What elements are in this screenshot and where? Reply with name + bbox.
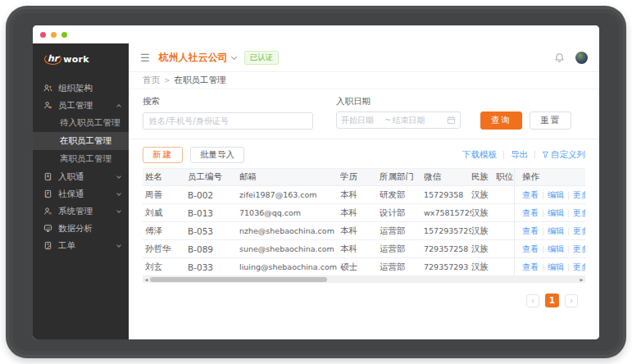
download-template-link[interactable]: 下载模板	[462, 149, 497, 161]
view-link[interactable]: 查看	[522, 207, 539, 219]
sidebar-item-employee-mgmt[interactable]: 员工管理	[33, 97, 129, 114]
table-row: 刘玄 B-033 liuing@shebaochina.com 硕士 运营部 7…	[143, 258, 585, 276]
col-header-email: 邮箱	[239, 169, 340, 185]
date-start-input[interactable]	[341, 116, 384, 125]
view-link[interactable]: 查看	[522, 225, 539, 237]
table-toolbar: 新建 批量导入 下载模板 导出 自定义列	[129, 139, 599, 163]
traffic-light-zoom[interactable]	[61, 32, 67, 38]
view-link[interactable]: 查看	[522, 243, 539, 255]
sidebar: hr work 组织架构	[33, 43, 129, 339]
scroll-left-icon[interactable]: ◀	[143, 276, 149, 283]
sidebar-item-org[interactable]: 组织架构	[33, 80, 129, 97]
sidebar-item-system-mgmt[interactable]: 系统管理	[33, 202, 129, 220]
more-link[interactable]: 更多	[573, 243, 585, 255]
more-link[interactable]: 更多	[573, 262, 585, 273]
social-insurance-icon	[43, 189, 52, 198]
sidebar-item-analytics[interactable]: 数据分析	[33, 220, 129, 237]
search-input[interactable]	[143, 112, 313, 130]
cell-id: B-089	[188, 240, 239, 257]
app-window: hr work 组织架构	[33, 25, 599, 339]
cell-ethnic: 汉族	[471, 240, 496, 257]
date-end-input[interactable]	[392, 116, 434, 125]
calendar-icon	[447, 116, 456, 125]
table-row: 刘威 B-013 71036@qq.com 本科 设计部 wx758157293…	[143, 204, 585, 222]
view-link[interactable]: 查看	[522, 189, 539, 201]
more-link[interactable]: 更多	[573, 207, 585, 219]
view-link[interactable]: 查看	[522, 262, 539, 273]
chevron-down-icon	[116, 191, 121, 196]
hire-date-label: 入职日期	[336, 96, 461, 107]
employee-table: 姓名 员工编号 邮箱 学历 所属部门 微信 民族 职位 操作 周善	[143, 168, 585, 276]
sidebar-item-label: 数据分析	[58, 223, 93, 234]
sidebar-item-label: 系统管理	[58, 206, 93, 217]
cell-wechat: 15729357293	[424, 222, 471, 239]
table-header-row: 姓名 员工编号 邮箱 学历 所属部门 微信 民族 职位 操作	[143, 168, 585, 186]
ticket-icon	[43, 241, 52, 250]
edit-link[interactable]: 编辑	[548, 207, 564, 219]
breadcrumb-home[interactable]: 首页	[143, 75, 160, 86]
cell-email: 71036@qq.com	[239, 204, 340, 221]
traffic-light-close[interactable]	[40, 32, 46, 38]
sidebar-item-tickets[interactable]: 工单	[33, 237, 129, 254]
cell-actions: 查看|编辑|更多	[514, 186, 585, 203]
sidebar-item-label: 组织架构	[58, 83, 93, 94]
col-header-id: 员工编号	[188, 169, 239, 185]
cell-degree: 本科	[340, 222, 380, 239]
sidebar-item-label: 入职通	[58, 171, 84, 183]
logo-work-text: work	[63, 54, 89, 65]
cell-name: 刘威	[143, 204, 188, 221]
more-link[interactable]: 更多	[573, 225, 585, 237]
export-link[interactable]: 导出	[511, 149, 528, 161]
sidebar-item-social-insurance[interactable]: 社保通	[33, 185, 129, 202]
cell-dept: 研发部	[380, 186, 424, 203]
custom-columns-link[interactable]: 自定义列	[551, 149, 585, 161]
sidebar-item-resigned-employees[interactable]: 离职员工管理	[33, 150, 129, 168]
link-divider	[534, 151, 535, 159]
page-1-button[interactable]: 1	[545, 293, 559, 307]
company-selector[interactable]: 杭州人社云公司	[159, 51, 228, 65]
cell-ethnic: 汉族	[471, 222, 496, 239]
cell-degree: 本科	[340, 186, 380, 203]
date-range-separator: ~	[384, 116, 391, 125]
scrollbar-thumb[interactable]	[150, 277, 327, 282]
app-logo: hr work	[33, 43, 129, 73]
cell-wechat: 15729358	[424, 186, 471, 203]
next-page-button[interactable]: ›	[565, 294, 578, 307]
traffic-light-minimize[interactable]	[51, 32, 57, 38]
edit-link[interactable]: 编辑	[548, 262, 564, 273]
col-header-name: 姓名	[143, 169, 188, 185]
cell-position	[496, 222, 514, 239]
query-button[interactable]: 查询	[480, 111, 522, 130]
sidebar-item-pending-employees[interactable]: 待入职员工管理	[33, 114, 129, 132]
chevron-down-icon	[116, 208, 121, 213]
more-link[interactable]: 更多	[573, 189, 585, 201]
table-row: 傅泽 B-053 nzhe@shebaochina.com 本科 运营部 157…	[143, 222, 585, 240]
collapse-menu-icon[interactable]: ☰	[140, 52, 150, 64]
batch-import-button[interactable]: 批量导入	[190, 147, 244, 163]
edit-link[interactable]: 编辑	[548, 225, 564, 237]
edit-link[interactable]: 编辑	[548, 243, 564, 255]
chevron-up-icon	[116, 104, 121, 109]
cell-wechat: 729357258	[424, 240, 471, 257]
cell-name: 刘玄	[143, 258, 188, 275]
org-icon	[43, 84, 52, 93]
window-titlebar	[33, 25, 599, 43]
notification-bell-icon[interactable]	[554, 52, 565, 63]
chevron-down-icon	[116, 243, 121, 248]
sidebar-item-active-employees[interactable]: 在职员工管理	[33, 132, 129, 150]
cell-id: B-002	[188, 186, 239, 203]
edit-link[interactable]: 编辑	[548, 189, 564, 201]
col-header-dept: 所属部门	[380, 169, 424, 185]
sidebar-subitem-label: 在职员工管理	[60, 135, 111, 147]
cell-name: 傅泽	[143, 222, 188, 239]
new-button[interactable]: 新建	[143, 147, 183, 163]
scroll-right-icon[interactable]: ▶	[579, 276, 584, 283]
date-range-picker[interactable]: ~	[336, 111, 461, 129]
prev-page-button[interactable]: ‹	[526, 294, 539, 307]
horizontal-scrollbar[interactable]: ◀ ▶	[143, 276, 585, 283]
sidebar-item-onboarding[interactable]: 入职通	[33, 168, 129, 185]
cell-id: B-033	[188, 258, 239, 275]
user-avatar[interactable]	[575, 52, 588, 64]
cell-email: nzhe@shebaochina.com	[239, 222, 340, 239]
reset-button[interactable]: 重置	[530, 111, 571, 130]
